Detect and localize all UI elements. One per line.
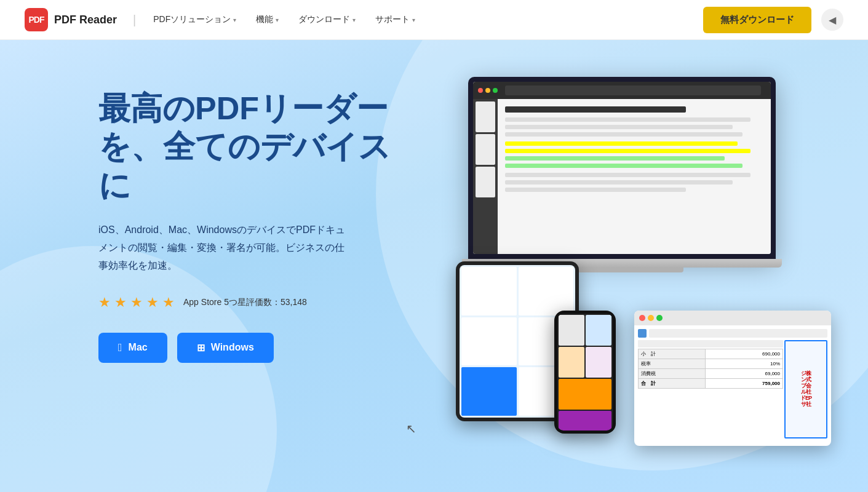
hero-rating-text: App Store 5つ星評価数：53,148 — [183, 297, 307, 308]
chevron-down-icon: ▾ — [412, 17, 415, 23]
spreadsheet-left: 小 計 690,000 税率 10% 消費税 69,000 — [638, 340, 783, 438]
nav-item-support[interactable]: サポート ▾ — [367, 9, 424, 30]
table-cell-value: 69,000 — [706, 369, 783, 379]
chevron-down-icon: ▾ — [276, 17, 279, 23]
phone-thumb — [586, 347, 611, 378]
cursor: ↖ — [406, 421, 416, 436]
spreadsheet-toolbar — [638, 329, 827, 338]
hero-content: 最高のPDFリーダー を、全てのデバイスに iOS、Android、Mac、Wi… — [0, 89, 400, 363]
chevron-down-icon: ▾ — [352, 17, 356, 23]
mac-download-button[interactable]:  Mac — [98, 333, 167, 363]
star-2: ★ — [114, 295, 127, 311]
selection-text: ジ株ン式ブ会ル社ドEPサ社 — [800, 371, 811, 407]
pdf-text-block — [505, 173, 763, 192]
nav-logo[interactable]: PDF PDF Reader — [25, 8, 117, 31]
laptop-screen — [468, 77, 776, 259]
laptop-screen-inner — [473, 82, 771, 254]
back-icon: ◀ — [829, 14, 836, 26]
star-4: ★ — [146, 295, 159, 311]
phone-grid — [557, 314, 613, 430]
pdf-thumb-1 — [476, 101, 495, 132]
windows-icon: ⊞ — [197, 342, 205, 354]
tablet-page — [519, 267, 574, 315]
table-cell-value: 690,000 — [706, 349, 783, 359]
table-row: 小 計 690,000 — [639, 349, 783, 359]
laptop-mockup — [468, 77, 776, 272]
nav-item-download[interactable]: ダウンロード ▾ — [290, 9, 364, 30]
toolbar-address-bar — [505, 85, 761, 95]
star-3: ★ — [130, 295, 143, 311]
pdf-line — [505, 180, 733, 184]
phone-mockup — [554, 311, 616, 434]
windows-download-button[interactable]: ⊞ Windows — [177, 333, 274, 363]
pdf-line — [505, 132, 743, 137]
phone-thumb — [559, 347, 584, 378]
navbar: PDF PDF Reader | PDFソリューション ▾ 機能 ▾ ダウンロー… — [0, 0, 868, 40]
pdf-line — [505, 125, 733, 129]
spreadsheet-body: 小 計 690,000 税率 10% 消費税 69,000 — [638, 340, 827, 438]
pdf-highlight-green — [505, 164, 743, 168]
toolbar-dot-yellow — [485, 88, 490, 93]
window-titlebar — [634, 311, 831, 325]
laptop-stand — [560, 268, 683, 272]
nav-item-solutions[interactable]: PDFソリューション ▾ — [145, 9, 245, 30]
hero-subtitle: iOS、Android、Mac、WindowsのデバイスでPDFドキュメントの閲… — [98, 221, 400, 274]
tablet-page — [461, 267, 517, 315]
pdf-section-title — [505, 106, 686, 113]
phone-thumb-wide — [559, 411, 611, 430]
star-5: ★ — [162, 295, 175, 311]
pdf-line — [505, 188, 686, 192]
pdf-toolbar — [473, 82, 771, 99]
pdf-line — [505, 173, 751, 177]
pdf-line — [505, 117, 751, 122]
device-mockups: 小 計 690,000 税率 10% 消費税 69,000 — [450, 52, 831, 470]
table-cell-label: 税率 — [639, 359, 706, 369]
table-cell-label: 小 計 — [639, 349, 706, 359]
toolbar-dot-red — [478, 88, 483, 93]
apple-icon:  — [118, 341, 122, 354]
phone-screen — [557, 314, 613, 430]
table-cell-label: 合 計 — [639, 379, 706, 389]
star-1: ★ — [98, 295, 111, 311]
pdf-body — [473, 99, 771, 254]
pdf-logo-icon: PDF — [25, 8, 48, 31]
free-download-button[interactable]: 無料ダウンロード — [703, 7, 811, 33]
hero-buttons:  Mac ⊞ Windows — [98, 333, 400, 363]
nav-menu: PDFソリューション ▾ 機能 ▾ ダウンロード ▾ サポート ▾ — [145, 9, 703, 30]
pdf-highlight — [505, 149, 751, 153]
window-dot-green — [656, 315, 663, 321]
hero-title: 最高のPDFリーダー を、全てのデバイスに — [98, 89, 400, 204]
window-dot-yellow — [648, 315, 654, 321]
tablet-page — [461, 317, 517, 366]
spreadsheet-table: 小 計 690,000 税率 10% 消費税 69,000 — [638, 349, 783, 389]
nav-divider: | — [133, 13, 136, 27]
hero-section: 最高のPDFリーダー を、全てのデバイスに iOS、Android、Mac、Wi… — [0, 40, 868, 492]
spreadsheet-window: 小 計 690,000 税率 10% 消費税 69,000 — [634, 311, 831, 446]
toolbar-dot-green — [493, 88, 498, 93]
pdf-thumb-3 — [476, 167, 495, 197]
pdf-thumb-2 — [476, 134, 495, 165]
window-content: 小 計 690,000 税率 10% 消費税 69,000 — [634, 325, 831, 442]
table-row: 税率 10% — [639, 359, 783, 369]
pdf-highlight-green — [505, 156, 725, 161]
hero-stars: ★ ★ ★ ★ ★ App Store 5つ星評価数：53,148 — [98, 295, 400, 311]
table-cell-value: 10% — [706, 359, 783, 369]
nav-logo-text: PDF Reader — [54, 14, 117, 26]
tablet-page-blue — [461, 367, 517, 416]
window-dot-red — [639, 315, 645, 321]
table-cell-label: 消費税 — [639, 369, 706, 379]
back-button[interactable]: ◀ — [821, 9, 843, 31]
phone-thumb — [559, 315, 584, 346]
table-row: 合 計 759,000 — [639, 379, 783, 389]
table-row: 消費税 69,000 — [639, 369, 783, 379]
phone-thumb — [586, 315, 611, 346]
selection-overlay: ジ株ン式ブ会ル社ドEPサ社 — [784, 340, 827, 438]
table-cell-value: 759,000 — [706, 379, 783, 389]
pdf-main-content — [498, 99, 771, 254]
pdf-highlight-block — [505, 141, 763, 168]
pdf-sidebar — [473, 99, 498, 254]
pdf-highlight — [505, 141, 738, 146]
phone-thumb-wide — [559, 379, 611, 410]
nav-item-features[interactable]: 機能 ▾ — [247, 9, 287, 30]
chevron-down-icon: ▾ — [233, 17, 236, 23]
